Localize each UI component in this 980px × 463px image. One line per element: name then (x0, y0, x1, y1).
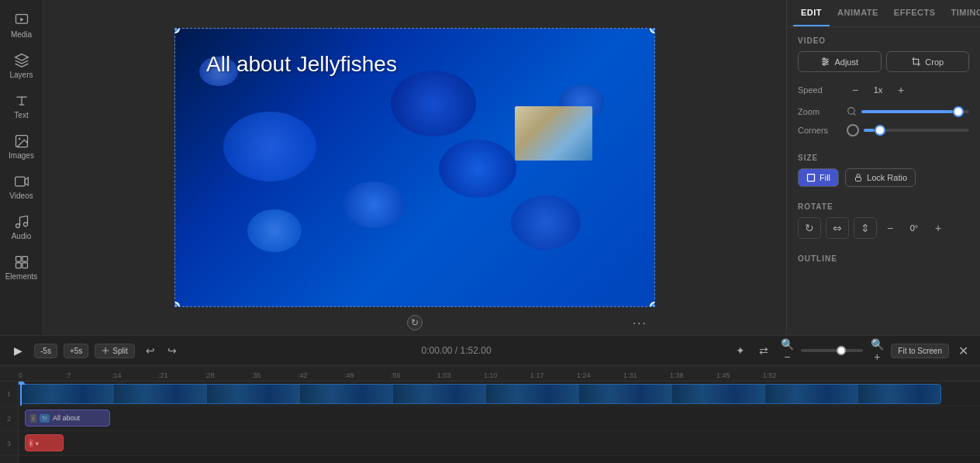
track-num-1: 1 (0, 382, 18, 406)
total-time: 1:52.00 (461, 345, 492, 356)
skip-fwd-button[interactable]: +5s (64, 344, 88, 358)
svg-point-5 (23, 223, 27, 226)
crop-icon (911, 57, 921, 67)
adjust-label: Adjust (834, 57, 858, 67)
sidebar-item-elements[interactable]: Elements (2, 248, 42, 287)
sidebar-item-videos[interactable]: Videos (2, 168, 42, 206)
timeline-zoom-in-button[interactable]: 🔍+ (868, 341, 886, 360)
text-icon (14, 93, 29, 109)
speed-decrease-button[interactable]: − (847, 81, 864, 98)
lock-ratio-icon (854, 173, 863, 182)
video-btn-group: Adjust Crop (798, 51, 969, 72)
play-button[interactable]: ▶ (8, 340, 28, 361)
corners-row: Corners (798, 124, 969, 136)
tab-timing[interactable]: TIMING (943, 0, 980, 26)
timeline-zoom-slider[interactable] (801, 349, 863, 352)
sidebar-item-layers[interactable]: Layers (2, 47, 42, 85)
svg-rect-9 (22, 263, 27, 268)
fill-label: Fill (820, 173, 830, 182)
sidebar-label-elements: Elements (5, 272, 38, 281)
track-row-3: i v (19, 431, 980, 456)
layers-icon (14, 53, 29, 68)
image-clip[interactable]: i v (25, 434, 64, 451)
tab-edit[interactable]: EDIT (793, 0, 830, 26)
rotate-handle[interactable]: ↻ (407, 315, 423, 330)
undo-button[interactable]: ↩ (141, 341, 160, 360)
fill-button[interactable]: Fill (798, 168, 839, 187)
panel-size-section: SIZE Fill Lock Ratio (787, 154, 980, 202)
timeline-toolbar: ▶ -5s +5s Split ↩ ↪ 0:00.00 / 1:52.00 ✦ … (0, 336, 980, 366)
media-icon (14, 12, 29, 28)
more-options-handle[interactable]: ··· (633, 316, 647, 330)
sidebar-item-images[interactable]: Images (2, 127, 42, 166)
canvas-area: All about Jellyfishes ↻ ··· (43, 0, 786, 335)
speed-increase-button[interactable]: + (892, 81, 909, 98)
rotate-cw-button[interactable]: ↻ (798, 217, 821, 239)
zoom-slider[interactable] (861, 110, 969, 113)
corners-label: Corners (798, 126, 840, 135)
adjust-button[interactable]: Adjust (798, 51, 882, 72)
lock-ratio-label: Lock Ratio (867, 173, 907, 182)
video-section-title: VIDEO (798, 36, 969, 45)
ruler-mark-21: :21 (158, 371, 168, 379)
video-clip[interactable] (20, 384, 941, 404)
elements-icon (14, 254, 29, 270)
ruler-mark-152: 1:52 (763, 371, 777, 379)
text-clip[interactable]: i Tr All about (25, 409, 110, 427)
track-row-2: i Tr All about (19, 406, 980, 431)
ruler-mark-103: 1:03 (437, 371, 451, 379)
ruler-mark-42: :42 (298, 371, 308, 379)
current-time: 0:00.00 (421, 345, 452, 356)
ruler-mark-131: 1:31 (623, 371, 637, 379)
zoom-row: Zoom (798, 106, 969, 116)
corners-control (847, 124, 969, 136)
corners-slider[interactable] (864, 129, 969, 132)
canvas-title: All about Jellyfishes (206, 52, 397, 77)
svg-rect-3 (15, 177, 25, 186)
flip-h-button[interactable]: ⇔ (826, 217, 849, 239)
svg-rect-7 (22, 257, 27, 262)
time-separator: / (453, 345, 461, 356)
undo-redo-group: ↩ ↪ (141, 341, 181, 360)
ruler-mark-138: 1:38 (670, 371, 684, 379)
tab-effects[interactable]: EFFECTS (886, 0, 944, 26)
sidebar-item-text[interactable]: Text (2, 87, 42, 126)
canvas-frame[interactable]: All about Jellyfishes (174, 28, 655, 307)
rotate-controls-row: ↻ ⇔ ⇕ − 0° + (798, 217, 969, 239)
timeline-trim-button[interactable]: ⇄ (754, 341, 773, 360)
tracks-area: 1 2 3 i Tr All about (0, 382, 980, 463)
timeline-close-button[interactable]: ✕ (954, 341, 972, 360)
sidebar-item-audio[interactable]: Audio (2, 208, 42, 247)
svg-rect-6 (16, 257, 21, 262)
handle-bottom-right[interactable] (650, 302, 655, 307)
ruler-mark-7: :7 (65, 371, 71, 379)
timeline-container: ▶ -5s +5s Split ↩ ↪ 0:00.00 / 1:52.00 ✦ … (0, 335, 980, 463)
sidebar-label-media: Media (11, 30, 32, 39)
crop-button[interactable]: Crop (886, 51, 970, 72)
redo-button[interactable]: ↪ (163, 341, 181, 360)
timeline-zoom-out-button[interactable]: 🔍− (778, 341, 796, 360)
rotate-increase-button[interactable]: + (930, 219, 947, 237)
speed-label: Speed (798, 85, 840, 95)
sidebar-label-text: Text (14, 111, 28, 119)
size-buttons-row: Fill Lock Ratio (798, 168, 969, 187)
svg-rect-18 (808, 174, 815, 181)
ruler-mark-49: :49 (344, 371, 354, 379)
text-clip-icon: i (30, 414, 36, 423)
rotate-decrease-button[interactable]: − (882, 219, 899, 237)
skip-back-button[interactable]: -5s (34, 344, 57, 358)
timeline-magic-button[interactable]: ✦ (731, 341, 750, 360)
right-panel: EDIT ANIMATE EFFECTS TIMING VIDEO Adjust… (786, 0, 980, 335)
timeline-ruler: 0 :7 :14 :21 :28 :35 :42 :49 :56 1:03 1:… (0, 366, 980, 382)
jellyfish-background: All about Jellyfishes (175, 29, 654, 306)
sidebar-item-media[interactable]: Media (2, 6, 42, 45)
tab-animate[interactable]: ANIMATE (830, 0, 886, 26)
split-button[interactable]: Split (95, 344, 134, 358)
rotate-section-title: ROTATE (798, 202, 969, 211)
fit-screen-button[interactable]: Fit to Screen (891, 344, 949, 358)
sidebar: Media Layers Text Images Videos Audio El… (0, 0, 43, 335)
flip-v-button[interactable]: ⇕ (854, 217, 877, 239)
tracks-content: i Tr All about i v (19, 382, 980, 463)
videos-icon (14, 174, 29, 189)
lock-ratio-button[interactable]: Lock Ratio (845, 168, 916, 187)
